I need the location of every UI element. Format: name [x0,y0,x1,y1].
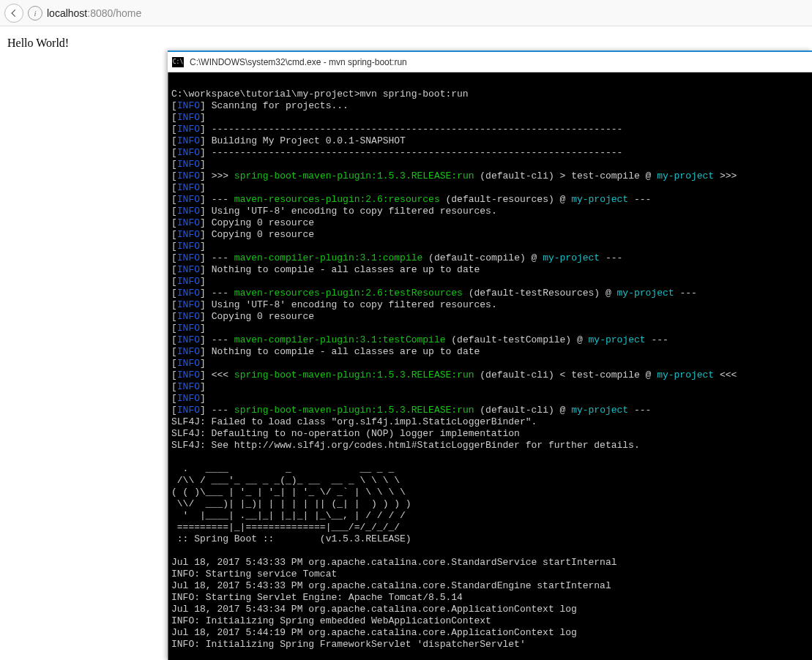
project-text: my-project [571,405,628,416]
site-info-icon[interactable]: i [28,6,42,20]
project-text: my-project [657,370,714,380]
info-tag: INFO [177,276,200,287]
url-display[interactable]: localhost:8080/home [47,7,141,19]
tomcat-log: Jul 18, 2017 5:43:33 PM org.apache.catal… [171,557,617,568]
spring-banner: ' |____| .__|_| |_|_| |_\__, | / / / / [171,510,406,521]
info-tag: INFO [177,194,200,205]
dash-text: --- [646,334,668,345]
dash-text: --- [206,194,234,205]
url-host: localhost [47,7,87,19]
info-tag: INFO [177,358,200,369]
dash-text: --- [628,405,651,416]
project-text: my-project [571,194,628,205]
url-port: :8080 [87,7,113,19]
utf8-text: Using 'UTF-8' encoding to copy filtered … [206,299,497,310]
dash-text: --- [206,334,234,345]
dash-line: ----------------------------------------… [206,147,623,158]
info-tag: INFO [177,311,200,322]
info-tag: INFO [177,124,200,135]
info-tag: INFO [177,100,200,111]
cmd-window: C:\ C:\WINDOWS\system32\cmd.exe - mvn sp… [168,50,812,660]
nothing-text: Nothing to compile - all classes are up … [206,264,480,275]
project-text: my-project [543,252,600,263]
back-button[interactable] [4,4,23,23]
goal-text: (default-cli) < test-compile @ [474,370,658,380]
goal-text: (default-testCompile) @ [446,334,589,345]
info-tag: INFO [177,182,200,193]
building-text: Building My Project 0.0.1-SNAPSHOT [206,135,406,146]
dash-text: --- [628,194,651,205]
goal-text: (default-cli) > test-compile @ [474,170,658,181]
dash-text: --- [674,288,697,299]
info-tag: INFO [177,264,200,275]
info-tag: INFO [177,206,200,217]
spring-banner: ( ( )\___ | '_ | '_| | '_ \/ _` | \ \ \ … [171,487,406,498]
info-tag: INFO [177,288,200,299]
spring-banner: . ____ _ __ _ _ [171,463,394,474]
goal-text: (default-resources) @ [440,194,571,205]
arrow-text: >>> [714,170,737,181]
dash-line: ----------------------------------------… [206,124,623,135]
cmd-title: C:\WINDOWS\system32\cmd.exe - mvn spring… [190,57,407,67]
copy-text: Copying 0 resource [206,217,314,228]
info-tag: INFO [177,229,200,240]
tomcat-log: Jul 18, 2017 5:44:19 PM org.apache.catal… [171,627,577,638]
info-glyph: i [34,9,36,18]
info-tag: INFO [177,370,200,380]
cmd-line: C:\workspace\tutorial\my-project>mvn spr… [171,77,809,650]
dash-text: --- [206,405,234,416]
arrow-text: <<< [206,370,234,380]
cmd-output[interactable]: C:\workspace\tutorial\my-project>mvn spr… [168,72,812,660]
copy-text: Copying 0 resource [206,311,314,322]
info-tag: INFO [177,112,200,123]
plugin-text: spring-boot-maven-plugin:1.5.3.RELEASE:r… [234,370,474,380]
slf4j-line: SLF4J: See http://www.slf4j.org/codes.ht… [171,440,640,451]
arrow-left-icon [9,8,19,18]
plugin-text: maven-resources-plugin:2.6:testResources [234,288,463,299]
hello-text: Hello World! [7,37,69,49]
spring-banner: /\\ / ___'_ __ _ _(_)_ __ __ _ \ \ \ \ [171,475,400,486]
info-tag: INFO [177,241,200,252]
info-tag: INFO [177,323,200,334]
info-tag: INFO [177,217,200,228]
plugin-text: spring-boot-maven-plugin:1.5.3.RELEASE:r… [234,170,474,181]
tomcat-log: INFO: Starting service Tomcat [171,569,337,580]
plugin-text: maven-compiler-plugin:3.1:testCompile [234,334,446,345]
info-tag: INFO [177,252,200,263]
info-tag: INFO [177,135,200,146]
project-text: my-project [657,170,714,181]
info-tag: INFO [177,381,200,392]
info-tag: INFO [177,299,200,310]
info-tag: INFO [177,170,200,181]
cmd-titlebar[interactable]: C:\ C:\WINDOWS\system32\cmd.exe - mvn sp… [168,52,812,72]
goal-text: (default-compile) @ [422,252,543,263]
arrow-text: <<< [714,370,737,380]
slf4j-line: SLF4J: Defaulting to no-operation (NOP) … [171,428,520,439]
project-text: my-project [589,334,646,345]
nothing-text: Nothing to compile - all classes are up … [206,346,480,357]
url-path: /home [113,7,141,19]
spring-banner: :: Spring Boot :: (v1.5.3.RELEASE) [171,533,411,544]
dash-text: --- [206,252,234,263]
dash-text: --- [206,288,234,299]
project-text: my-project [617,288,674,299]
tomcat-log: Jul 18, 2017 5:43:33 PM org.apache.catal… [171,580,611,591]
tomcat-log: Jul 18, 2017 5:43:34 PM org.apache.catal… [171,604,577,615]
info-tag: INFO [177,159,200,170]
info-tag: INFO [177,346,200,357]
info-tag: INFO [177,405,200,416]
plugin-text: maven-compiler-plugin:3.1:compile [234,252,422,263]
browser-address-bar: i localhost:8080/home [0,0,812,26]
copy-text: Copying 0 resource [206,229,314,240]
info-tag: INFO [177,334,200,345]
goal-text: (default-cli) @ [474,405,572,416]
spring-banner: =========|_|==============|___/=/_/_/_/ [171,522,400,533]
prompt-line: C:\workspace\tutorial\my-project>mvn spr… [171,89,469,100]
goal-text: (default-testResources) @ [463,288,617,299]
tomcat-log: INFO: Starting Servlet Engine: Apache To… [171,592,463,603]
tomcat-log: INFO: Initializing Spring FrameworkServl… [171,639,526,650]
cmd-icon: C:\ [172,57,184,67]
scanning-text: Scanning for projects... [206,100,349,111]
plugin-text: spring-boot-maven-plugin:1.5.3.RELEASE:r… [234,405,474,416]
info-tag: INFO [177,147,200,158]
